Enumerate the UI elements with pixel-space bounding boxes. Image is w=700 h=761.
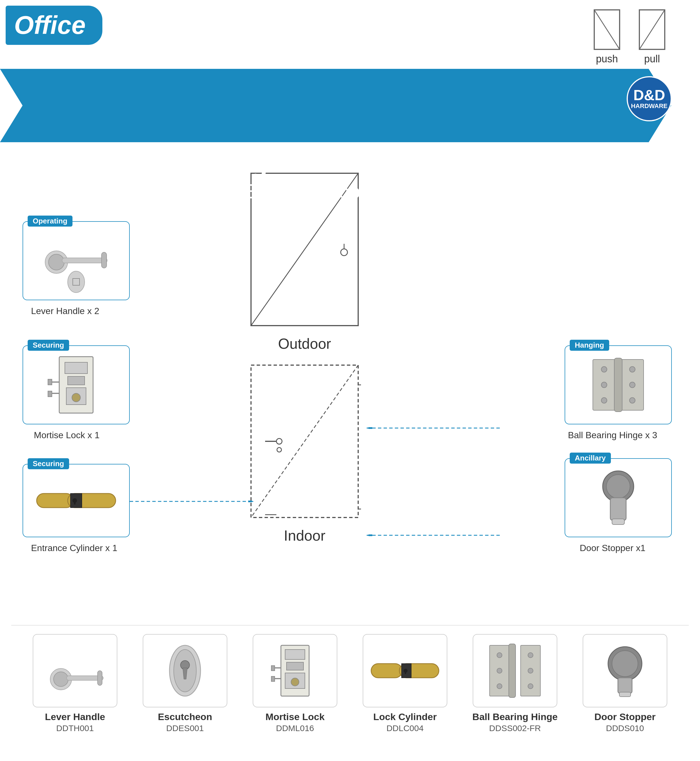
- svg-rect-76: [405, 671, 406, 674]
- entrance-cylinder-label: Entrance Cylinder x 1: [31, 543, 117, 553]
- bottom-door-stopper: Door Stopper DDDS010: [578, 634, 672, 733]
- bottom-mortise-lock: Mortise Lock DDML016: [248, 634, 342, 733]
- svg-point-26: [72, 393, 80, 402]
- banner-shape: [0, 69, 700, 142]
- hanging-tag: Hanging: [570, 340, 609, 351]
- svg-point-80: [497, 653, 502, 658]
- svg-point-45: [630, 382, 635, 388]
- svg-point-43: [601, 398, 607, 403]
- bottom-cylinder-box: [363, 634, 447, 708]
- hinge-image: [581, 354, 655, 416]
- operating-tag: Operating: [28, 216, 72, 227]
- indoor-door-container: Indoor: [248, 362, 361, 544]
- bottom-stopper-name: Door Stopper: [594, 711, 655, 722]
- svg-point-12: [277, 438, 282, 444]
- svg-point-83: [528, 653, 533, 658]
- push-pull-container: push pull: [593, 8, 666, 65]
- bottom-mortise-name: Mortise Lock: [266, 711, 325, 722]
- bottom-mortise-code: DDML016: [276, 723, 314, 733]
- svg-rect-24: [68, 376, 84, 385]
- bottom-escutcheon-box: [143, 634, 227, 708]
- bottom-products-row: Lever Handle DDTH001 Escutcheon DDES001: [0, 626, 700, 761]
- svg-point-41: [601, 366, 607, 372]
- svg-rect-40: [614, 358, 622, 412]
- svg-line-3: [639, 10, 665, 49]
- office-badge: Office: [6, 6, 102, 45]
- bottom-escutcheon: Escutcheon DDES001: [139, 634, 231, 733]
- svg-rect-23: [65, 362, 88, 374]
- header: Office push pull: [0, 0, 700, 69]
- svg-point-67: [291, 678, 299, 686]
- bottom-mortise-lock-box: [253, 634, 337, 708]
- svg-rect-71: [271, 676, 275, 681]
- svg-rect-52: [612, 519, 624, 525]
- bottom-lever-handle-name: Lever Handle: [45, 711, 105, 722]
- svg-point-56: [53, 672, 68, 686]
- svg-rect-65: [286, 662, 303, 670]
- ball-bearing-hinge-label: Ball Bearing Hinge x 3: [559, 430, 666, 440]
- banner-subtitle: (European configuration): [238, 180, 462, 203]
- bottom-escutcheon-code: DDES001: [166, 723, 204, 733]
- indoor-door-svg: [248, 362, 361, 520]
- banner: Single Door Solution (European configura…: [0, 69, 700, 142]
- pull-icon: [638, 8, 666, 51]
- securing-tag1: Securing: [28, 340, 69, 351]
- mortise-lock-label: Mortise Lock x 1: [34, 430, 100, 440]
- mortise-lock-image: [42, 354, 110, 416]
- svg-rect-19: [62, 258, 107, 263]
- entrance-cylinder-card: Securing: [23, 464, 130, 537]
- bottom-hinge-box: [473, 634, 557, 708]
- bottom-escutcheon-name: Escutcheon: [158, 711, 212, 722]
- stopper-connector-line: [367, 534, 502, 536]
- svg-point-46: [630, 398, 635, 403]
- svg-point-50: [606, 474, 630, 498]
- dd-logo-text: D&D: [633, 88, 665, 102]
- bottom-hinge-name: Ball Bearing Hinge: [472, 711, 558, 722]
- main-content: Outdoor Indoor Operating: [0, 142, 700, 626]
- mortise-lock-card: Securing: [23, 345, 130, 424]
- svg-point-81: [497, 668, 502, 673]
- svg-point-82: [497, 684, 502, 689]
- hinge-connector-line: [367, 427, 502, 429]
- door-stopper-card: Ancillary: [565, 458, 672, 537]
- svg-point-44: [630, 366, 635, 372]
- svg-point-21: [68, 271, 84, 293]
- push-item: push: [593, 8, 621, 65]
- bottom-cylinder-image: [368, 652, 442, 689]
- svg-marker-48: [367, 427, 372, 429]
- dd-logo-sub: HARDWARE: [631, 102, 667, 110]
- bottom-cylinder-code: DDLC004: [386, 723, 423, 733]
- ancillary-tag: Ancillary: [570, 453, 611, 463]
- stopper-image: [590, 467, 647, 529]
- dd-logo: D&D HARDWARE: [627, 76, 672, 121]
- svg-marker-4: [0, 69, 671, 142]
- bottom-lever-image: [41, 645, 109, 696]
- svg-point-18: [48, 254, 64, 270]
- pull-item: pull: [638, 8, 666, 65]
- bottom-stopper-code: DDDS010: [606, 723, 644, 733]
- push-icon: [593, 8, 621, 51]
- svg-point-87: [612, 651, 638, 676]
- svg-rect-89: [619, 692, 631, 697]
- bottom-escutcheon-image: [165, 642, 205, 699]
- bottom-lever-handle-box: [33, 634, 117, 708]
- svg-line-1: [594, 10, 620, 49]
- indoor-door-label: Indoor: [248, 527, 361, 544]
- svg-rect-35: [74, 501, 76, 504]
- banner-text: Single Door Solution (European configura…: [0, 138, 700, 211]
- svg-rect-58: [98, 671, 102, 685]
- svg-rect-88: [618, 678, 632, 693]
- banner-title: Single Door Solution: [205, 146, 495, 179]
- lever-handle-label: Lever Handle x 2: [31, 306, 99, 316]
- lever-handle-card: Operating: [23, 221, 130, 300]
- svg-rect-29: [48, 379, 52, 385]
- bottom-lock-cylinder: Lock Cylinder DDLC004: [358, 634, 452, 733]
- bottom-hinge: Ball Bearing Hinge DDSS002-FR: [469, 634, 561, 733]
- outdoor-door-label: Outdoor: [248, 335, 361, 352]
- svg-rect-64: [285, 650, 305, 659]
- svg-rect-51: [610, 498, 626, 520]
- securing-tag2: Securing: [28, 458, 69, 469]
- svg-point-13: [277, 448, 281, 452]
- svg-rect-79: [509, 644, 516, 697]
- door-stopper-label: Door Stopper x1: [559, 543, 666, 553]
